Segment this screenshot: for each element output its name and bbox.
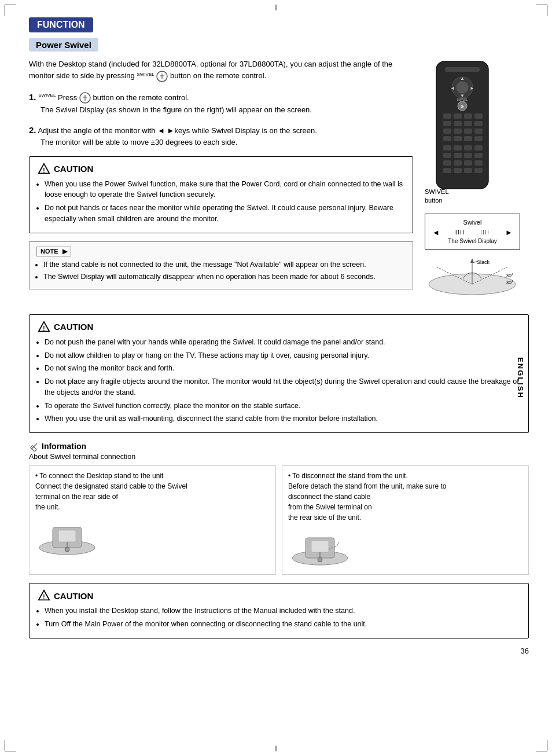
step-1: 1. SWIVEL Press button on the remote con… [29,91,413,116]
function-badge: FUNCTION [29,17,529,38]
angle-diagram: Slack 30° 30° [425,255,520,309]
svg-rect-35 [443,153,451,158]
caution-3-item-1: When you install the Desktop stand, foll… [45,605,520,616]
svg-text:!: ! [43,594,45,600]
swivel-button-icon-inline [156,70,168,83]
svg-rect-29 [464,136,472,141]
svg-rect-31 [443,145,451,151]
svg-rect-25 [464,129,472,134]
svg-rect-44 [454,168,462,173]
svg-text:30°: 30° [506,280,514,285]
caution-3-list: When you install the Desktop stand, foll… [38,605,520,630]
svg-text:!: ! [43,325,45,331]
svg-rect-43 [443,168,451,173]
power-swivel-label: Power Swivel [29,38,98,52]
svg-rect-19 [443,121,451,126]
svg-rect-16 [454,113,462,119]
corner-mark-tl [5,5,16,16]
caution-2-item-5: To operate the Swivel function correctly… [45,401,520,412]
svg-rect-62 [58,530,76,542]
info-title: Information [29,441,529,452]
svg-rect-15 [443,113,451,119]
svg-rect-33 [464,145,472,151]
caution-title-3: ! CAUTION [38,589,520,602]
svg-rect-46 [474,168,483,173]
svg-point-69 [318,557,322,562]
svg-rect-24 [454,129,462,134]
main-content: With the Desktop stand (included for 32L… [29,58,529,309]
english-label: ENGLISH [517,357,525,399]
function-label: FUNCTION [29,17,93,32]
intro-text: With the Desktop stand (included for 32L… [29,58,413,83]
svg-rect-42 [474,160,483,166]
svg-text:◄: ◄ [450,86,455,91]
swivel-bars-left: IIII [455,229,465,236]
info-col-right-text: • To disconnect the stand from the unit.… [288,471,522,523]
information-section: Information About Swivel terminal connec… [29,441,529,575]
svg-rect-18 [474,113,483,119]
svg-rect-30 [474,136,483,141]
svg-rect-39 [443,160,451,166]
svg-text:▲: ▲ [460,76,465,81]
svg-rect-67 [311,541,329,552]
page: ENGLISH FUNCTION Power Swivel With the D… [0,0,552,756]
caution-box-1: ! CAUTION When you use the Power Swivel … [29,156,413,233]
caution-3-item-2: Turn Off the Main Power of the monitor w… [45,619,520,630]
svg-point-7 [457,82,468,93]
step1-swivel-small: SWIVEL [38,92,56,99]
caution-1-list: When you use the Power Swivel function, … [38,179,404,225]
svg-rect-17 [464,113,472,119]
swivel-display-caption: The Swivel Display [432,238,513,244]
caution-title-2: ! CAUTION [38,321,520,333]
step-2: 2. Adjust the angle of the monitor with … [29,124,413,148]
caution-2-item-6: When you use the unit as wall-mounting, … [45,413,520,424]
caution-title-1: ! CAUTION [38,163,404,175]
swivel-bars-right: IIII [480,229,490,236]
caution-1-item-1: When you use the Power Swivel function, … [45,179,404,201]
pencil-icon [29,441,39,452]
caution-triangle-icon-2: ! [38,321,50,333]
svg-text:!: ! [43,167,45,173]
info-col-left: • To connect the Desktop stand to the un… [29,465,276,575]
page-number: 36 [29,647,529,655]
caution-2-item-4: Do not place any fragile objects around … [45,376,520,398]
corner-mark-br [536,740,547,751]
info-col-right: • To disconnect the stand from the unit.… [282,465,529,575]
svg-marker-51 [470,258,474,263]
note-item-2: The Swivel Display will automatically di… [43,271,406,282]
note-label: NOTE ▶ [36,247,71,256]
caution-2-item-2: Do not allow children to play or hang on… [45,350,520,361]
svg-rect-37 [464,153,472,158]
caution-triangle-icon-3: ! [38,589,50,602]
note-box: NOTE ▶ If the stand cable is not connect… [29,241,413,290]
note-item-1: If the stand cable is not connected to t… [43,259,406,270]
svg-rect-27 [443,136,451,141]
svg-text:SWIVEL: SWIVEL [457,98,468,101]
svg-marker-57 [30,450,31,450]
svg-text:30°: 30° [506,273,514,278]
right-column: ▲ ▼ ◄ ► ⟳ SWIVEL [425,58,529,309]
corner-mark-tr [536,5,547,16]
caution-box-3: ! CAUTION When you install the Desktop s… [29,583,529,638]
svg-text:►: ► [470,86,474,91]
swivel-button-icon-step1 [79,91,91,104]
svg-rect-5 [445,67,480,72]
swivel-right-arrow: ► [505,228,513,237]
svg-rect-34 [474,145,483,151]
caution-box-2: ! CAUTION Do not push the panel with you… [29,314,529,433]
remote-control-image: ▲ ▼ ◄ ► ⟳ SWIVEL [425,58,500,192]
stand-disconnect-image [288,526,352,567]
svg-rect-38 [474,153,483,158]
svg-rect-26 [474,129,483,134]
crosshair-bottom [276,746,277,751]
swivel-display-box: Swivel ◄ IIII IIII ► The Swivel Display [425,214,520,249]
caution-2-item-3: Do not swing the monitor back and forth. [45,363,520,374]
svg-rect-28 [454,136,462,141]
info-subtitle: About Swivel terminal connection [29,453,529,461]
svg-rect-58 [31,446,37,452]
svg-rect-32 [454,145,462,151]
info-col-left-text: • To connect the Desktop stand to the un… [35,471,270,512]
svg-rect-22 [474,121,483,126]
caution-2-list: Do not push the panel with your hands wh… [38,337,520,424]
svg-rect-40 [454,160,462,166]
